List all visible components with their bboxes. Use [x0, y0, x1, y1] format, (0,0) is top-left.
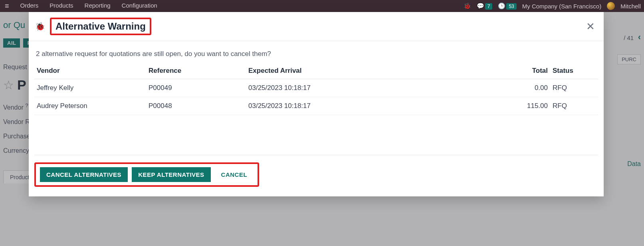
col-vendor: Vendor [34, 64, 146, 79]
nav-orders[interactable]: Orders [20, 2, 39, 10]
nav-products[interactable]: Products [50, 2, 73, 10]
user-name[interactable]: Mitchell [620, 3, 641, 10]
cell-reference: P00049 [146, 79, 246, 97]
app-switcher-icon[interactable]: ≡ [5, 2, 9, 10]
alternatives-table: Vendor Reference Expected Arrival Total … [34, 64, 598, 115]
modal-spacer [34, 123, 598, 155]
table-header-row: Vendor Reference Expected Arrival Total … [34, 64, 598, 79]
top-navbar: ≡ Orders Products Reporting Configuratio… [0, 0, 644, 12]
col-status: Status [550, 64, 598, 79]
cancel-button[interactable]: CANCEL [215, 167, 254, 182]
modal-header: 🐞 Alternative Warning ✕ [29, 12, 604, 41]
cell-vendor: Audrey Peterson [34, 97, 146, 115]
footer-actions-highlight: CANCEL ALTERNATIVES KEEP ALTERNATIVES CA… [34, 162, 259, 187]
nav-right: 🐞 💬7 🕒53 My Company (San Francisco) Mitc… [464, 2, 641, 10]
table-row[interactable]: Jeffrey Kelly P00049 03/25/2023 10:18:17… [34, 79, 598, 97]
col-total: Total [502, 64, 550, 79]
col-reference: Reference [146, 64, 246, 79]
nav-configuration[interactable]: Configuration [122, 2, 157, 10]
bug-icon[interactable]: 🐞 [464, 2, 471, 10]
modal-message: 2 alternative request for quotations are… [34, 50, 598, 58]
cell-total: 115.00 [502, 97, 550, 115]
cell-expected: 03/25/2023 10:18:17 [246, 97, 502, 115]
modal-title-highlight: Alternative Warning [50, 18, 151, 35]
messages-icon[interactable]: 💬7 [477, 2, 493, 10]
nav-reporting[interactable]: Reporting [85, 2, 111, 10]
cell-status: RFQ [550, 97, 598, 115]
cell-reference: P00048 [146, 97, 246, 115]
company-name[interactable]: My Company (San Francisco) [522, 3, 601, 10]
keep-alternatives-button[interactable]: KEEP ALTERNATIVES [132, 167, 210, 182]
modal-footer: CANCEL ALTERNATIVES KEEP ALTERNATIVES CA… [29, 155, 604, 196]
nav-left: ≡ Orders Products Reporting Configuratio… [3, 2, 157, 10]
modal-title: Alternative Warning [52, 19, 150, 34]
col-expected: Expected Arrival [246, 64, 502, 79]
alternative-warning-modal: 🐞 Alternative Warning ✕ 2 alternative re… [29, 12, 604, 196]
avatar[interactable] [607, 2, 615, 10]
cell-total: 0.00 [502, 79, 550, 97]
modal-body: 2 alternative request for quotations are… [29, 41, 604, 119]
messages-count: 7 [485, 3, 493, 10]
cell-status: RFQ [550, 79, 598, 97]
table-row[interactable]: Audrey Peterson P00048 03/25/2023 10:18:… [34, 97, 598, 115]
activities-icon[interactable]: 🕒53 [498, 2, 516, 10]
cell-vendor: Jeffrey Kelly [34, 79, 146, 97]
bug-icon[interactable]: 🐞 [35, 22, 45, 31]
cell-expected: 03/25/2023 10:18:17 [246, 79, 502, 97]
cancel-alternatives-button[interactable]: CANCEL ALTERNATIVES [40, 167, 128, 182]
activities-count: 53 [506, 3, 516, 10]
close-icon[interactable]: ✕ [586, 21, 595, 32]
